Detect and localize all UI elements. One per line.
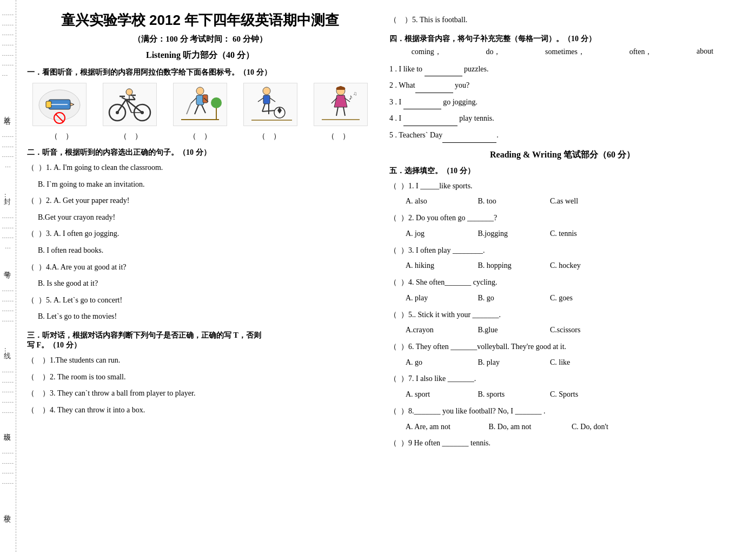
svg-text:♫: ♫	[353, 90, 357, 96]
word-4: often，	[629, 47, 653, 57]
s5-q2-opts: A. jog B.jogging C. tennis	[406, 227, 735, 241]
section-five: 五．选择填空。（10 分） （ ） 1. I _____like sports.…	[389, 166, 735, 451]
image-2	[103, 83, 157, 126]
s4-q3: 3 . I go jogging.	[389, 95, 735, 110]
svg-point-27	[211, 97, 222, 108]
s3-q1: （ ）1.The students can run.	[27, 353, 373, 368]
left-column: 童兴实验学校 2012 年下四年级英语期中测查 （满分：100 分 考试时间： …	[27, 11, 373, 541]
s5-q2-text: 2. Do you often go _______?	[408, 211, 735, 225]
s5-q3-paren: （ ）	[389, 244, 408, 258]
s5-q2-c: C. tennis	[550, 227, 615, 241]
blank-s4-5	[442, 134, 496, 143]
s5-q3-opts: A. hiking B. hopping C. hockey	[406, 259, 735, 273]
s3-q4: （ ）4. They can throw it into a box.	[27, 403, 373, 418]
s5-q4-b: B. go	[478, 291, 543, 306]
svg-line-34	[270, 98, 275, 102]
s3-q5: （ ）5. This is football.	[389, 13, 735, 28]
s5-q6-text: 6. They often _______volleyball. They're…	[408, 340, 735, 354]
svg-line-33	[258, 98, 263, 102]
section-one: 一．看图听音，根据听到的内容用阿拉伯数字给下面各图标号。（10 分）	[27, 68, 373, 141]
hike-svg	[176, 84, 224, 125]
section-four: 四．根据录音内容，将句子补充完整（每格一词）。（10 分） coming， do…	[389, 34, 735, 143]
s5-q8-a: A. Are, am not	[406, 420, 481, 435]
image-5: ♪ ♫	[314, 83, 368, 126]
s4-q1: 1 . I like to puzzles.	[389, 62, 735, 77]
word-2: do，	[486, 47, 501, 57]
s5-q8-paren: （ ）	[389, 404, 408, 418]
s5-q7-paren: （ ）	[389, 372, 408, 386]
svg-line-40	[336, 107, 338, 116]
section-three: 三．听对话，根据对话内容判断下列句子是否正确，正确的写 T，否则写 F。（10 …	[27, 331, 373, 417]
svg-line-30	[262, 104, 265, 111]
blank-s4-1	[425, 68, 462, 76]
right-column: （ ）5. This is football. 四．根据录音内容，将句子补充完整…	[389, 11, 735, 541]
s5-q1-c: C.as well	[550, 194, 615, 209]
s5-q7-b: B. sports	[478, 387, 543, 402]
s5-q5-b: B.glue	[478, 323, 543, 338]
s5-q4: （ ） 4. She often_______ cycling.	[389, 275, 735, 290]
s5-q8-c: C. Do, don't	[572, 420, 636, 435]
s5-q4-c: C. goes	[550, 291, 615, 306]
soccer-svg	[246, 84, 295, 125]
s2-q5b: B. Let`s go to the movies!	[38, 310, 373, 324]
s5-q5-c: C.scissors	[550, 323, 615, 338]
dot-lines-mid4: …………………………	[0, 365, 16, 416]
section-two: 二．听音，根据听到的内容选出正确的句子。（10 分） （ ）1. A. I'm …	[27, 148, 373, 324]
s5-q5-paren: （ ）	[389, 308, 408, 322]
section-three-cont: （ ）5. This is football.	[389, 13, 735, 28]
s3-q3: （ ）3. They can`t throw a ball from playe…	[27, 386, 373, 401]
svg-line-41	[343, 107, 345, 116]
s5-q8-text: 8._______ you like football? No, I _____…	[408, 404, 735, 418]
s5-q1-opts: A. also B. too C.as well	[406, 194, 735, 209]
s2-q2b: B.Get your crayon ready!	[38, 211, 373, 225]
word-1: coming，	[412, 47, 442, 57]
label-fengxian: 封…	[2, 192, 12, 201]
s5-q8: （ ） 8._______ you like football? No, I _…	[389, 404, 735, 418]
s5-q9-paren: （ ）	[389, 436, 408, 450]
left-sidebar: ………………………………… 姓名 ………………… 封… ………………… 学号 ……	[0, 0, 16, 552]
s5-q7-opts: A. sport B. sports C. Sports	[406, 387, 735, 402]
section-one-title: 一．看图听音，根据听到的内容用阿拉伯数字给下面各图标号。（10 分）	[27, 68, 373, 77]
section-three-title: 三．听对话，根据对话内容判断下列句子是否正确，正确的写 T，否则写 F。（10 …	[27, 331, 373, 350]
blank-group-4: （ ）	[258, 132, 281, 141]
main-content: 童兴实验学校 2012 年下四年级英语期中测查 （满分：100 分 考试时间： …	[16, 0, 756, 552]
s5-q3: （ ） 3. I often play ________.	[389, 244, 735, 258]
s5-q7-a: A. sport	[406, 387, 470, 402]
s5-q9-text: 9 He often _______ tennis.	[408, 436, 735, 450]
dot-lines-mid2: …………………	[0, 211, 16, 252]
section-five-title: 五．选择填空。（10 分）	[389, 166, 735, 176]
s2-q4b: B. Is she good at it?	[38, 277, 373, 291]
word-5: about	[697, 47, 713, 57]
s2-q5: （ ）5. A. Let`s go to concert!	[27, 293, 373, 308]
svg-rect-29	[263, 95, 270, 104]
word-bank: coming， do， sometimes， often， about	[389, 47, 735, 57]
s5-q5-opts: A.crayon B.glue C.scissors	[406, 323, 735, 338]
blank-s4-4	[403, 117, 457, 126]
s5-q7: （ ） 7. I also like _______.	[389, 372, 735, 386]
label-banji: 班级	[2, 428, 12, 430]
label-xingming: 姓名	[2, 111, 12, 113]
dot-lines-mid5: ……………………	[0, 446, 16, 487]
s5-q2-b: B.jogging	[478, 227, 543, 241]
svg-point-17	[196, 87, 204, 95]
s4-q5: 5 . Teachers` Day.	[389, 128, 735, 143]
label-jixian: 线…	[2, 346, 12, 356]
svg-rect-2	[46, 101, 51, 108]
svg-text:♪: ♪	[349, 93, 353, 101]
page: ………………………………… 姓名 ………………… 封… ………………… 学号 ……	[0, 0, 756, 552]
dot-lines-top: …………………………………	[2, 8, 14, 79]
s5-q8-b: B. Do, am not	[489, 420, 565, 435]
exam-subtitle: （满分：100 分 考试时间： 60 分钟）	[27, 34, 373, 44]
svg-line-20	[191, 98, 196, 103]
svg-line-22	[187, 103, 191, 114]
svg-point-15	[126, 89, 132, 95]
pencil-svg	[35, 84, 84, 125]
s5-q5: （ ） 5.. Stick it with your _______.	[389, 308, 735, 322]
blank-s4-2	[415, 84, 453, 93]
s5-q5-a: A.crayon	[406, 323, 470, 338]
section-one-label: 一．	[27, 68, 42, 76]
blank-group-2: （ ）	[120, 132, 142, 141]
section-one-instruction: 看图听音，根据听到的内容用阿拉伯数字给下面各图标号。（10 分）	[42, 68, 271, 76]
svg-line-24	[202, 105, 205, 113]
exam-title: 童兴实验学校 2012 年下四年级英语期中测查	[27, 11, 373, 30]
